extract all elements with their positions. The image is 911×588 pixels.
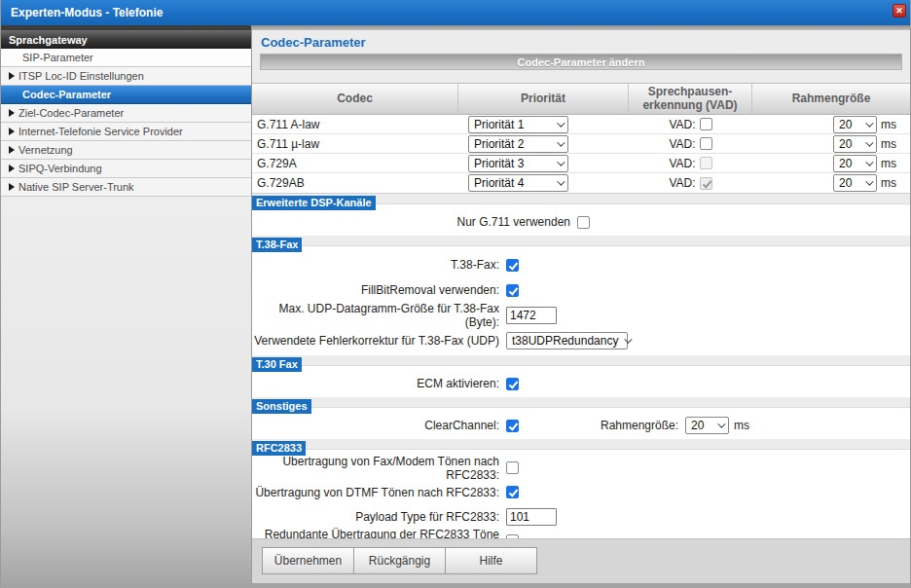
codec-table: Codec Priorität Sprechpausen- erkennung … — [252, 83, 910, 194]
vad-checkbox — [700, 177, 712, 190]
sidebar-item-itsp-loc-id[interactable]: ITSP Loc-ID Einstellungen — [1, 67, 251, 86]
expand-arrow-icon — [9, 165, 15, 172]
close-icon[interactable]: ✕ — [893, 4, 906, 18]
priority-select[interactable]: Priorität 2 — [468, 135, 568, 153]
field-label: ECM aktivieren: — [252, 377, 499, 390]
unit-ms: ms — [881, 157, 896, 170]
navigation-sidebar: Sprachgateway SIP-Parameter ITSP Loc-ID … — [1, 25, 252, 583]
error-correction-select[interactable]: t38UDPRedundancy — [506, 332, 628, 349]
unit-ms: ms — [881, 137, 896, 151]
field-label: Redundante Übertragung der RFC2833 Töne … — [252, 528, 499, 539]
sidebar-item-sip-parameter[interactable]: SIP-Parameter — [1, 49, 251, 67]
section-erweiterte-dsp-kanaele: Erweiterte DSP-Kanäle Nur G.711 verwende… — [252, 203, 910, 236]
vad-label: VAD: — [669, 176, 695, 190]
unit-ms: ms — [734, 419, 749, 432]
sidebar-item-label: SIP-Parameter — [22, 52, 93, 63]
faxmodem-rfc2833-checkbox[interactable] — [506, 461, 519, 474]
section-title: T.38-Fax — [252, 238, 302, 252]
undo-button[interactable]: Rückgängig — [353, 547, 446, 574]
framesize-select[interactable]: 20 — [833, 116, 877, 133]
sidebar-item-label: Native SIP Server-Trunk — [18, 181, 134, 193]
priority-select[interactable]: Priorität 3 — [468, 155, 568, 172]
main-panel: Codec-Parameter Codec-Parameter ändern C… — [252, 25, 910, 583]
framesize-select[interactable]: 20 — [833, 135, 877, 153]
udp-datagram-size-input[interactable] — [506, 307, 557, 324]
priority-select[interactable]: Priorität 1 — [468, 116, 568, 133]
vad-label: VAD: — [669, 118, 695, 131]
vad-checkbox[interactable] — [700, 137, 712, 150]
section-title: RFC2833 — [252, 441, 306, 456]
apply-button[interactable]: Übernehmen — [262, 547, 354, 574]
section-title: Erweiterte DSP-Kanäle — [252, 196, 376, 210]
chevron-down-icon — [865, 138, 873, 146]
chevron-down-icon — [717, 420, 725, 427]
field-label: Verwendete Fehlerkorrektur für T.38-Fax … — [252, 334, 499, 348]
field-label: Übertragung von Fax/Modem Tönen nach RFC… — [252, 455, 499, 482]
sidebar-item-label: Ziel-Codec-Parameter — [18, 107, 124, 119]
table-row-g711-alaw: G.711 A-law Priorität 1 VAD: 20ms — [252, 115, 910, 134]
sidebar-empty-area — [1, 197, 251, 583]
title-bar: Experten-Modus - Telefonie ✕ — [1, 0, 910, 25]
chevron-down-icon — [557, 138, 565, 146]
section-banner: Codec-Parameter ändern — [260, 54, 902, 70]
sidebar-item-vernetzung[interactable]: Vernetzung — [1, 141, 251, 160]
chevron-down-icon — [557, 158, 565, 165]
section-rfc2833: RFC2833 Übertragung von Fax/Modem Tönen … — [252, 449, 910, 538]
column-header-codec: Codec — [252, 84, 458, 114]
framesize-select[interactable]: 20 — [833, 155, 877, 172]
t38-fax-checkbox[interactable] — [506, 259, 519, 272]
section-t38-fax: T.38-Fax T.38-Fax: FillBitRemoval verwen… — [252, 245, 910, 355]
vad-checkbox[interactable] — [700, 118, 712, 130]
framesize-select[interactable]: 20 — [833, 174, 877, 192]
sonstiges-framesize-select[interactable]: 20 — [685, 417, 729, 434]
codec-name: G.729A — [252, 157, 458, 170]
section-t30-fax: T.30 Fax ECM aktivieren: — [252, 365, 910, 397]
priority-select[interactable]: Priorität 4 — [468, 174, 568, 192]
chevron-down-icon — [865, 177, 873, 185]
vad-label: VAD: — [669, 137, 695, 151]
nur-g711-checkbox[interactable] — [577, 216, 590, 229]
sidebar-item-ziel-codec-parameter[interactable]: Ziel-Codec-Parameter — [1, 104, 251, 123]
sidebar-item-label: SIPQ-Verbindung — [18, 163, 102, 174]
chevron-down-icon — [865, 158, 873, 165]
field-label: T.38-Fax: — [252, 258, 499, 272]
field-label: Payload Type für RFC2833: — [252, 510, 499, 524]
help-button[interactable]: Hilfe — [445, 547, 537, 574]
field-label: Rahmengröße: — [601, 419, 678, 432]
fillbitremoval-checkbox[interactable] — [506, 284, 519, 297]
chevron-down-icon — [865, 119, 873, 127]
sidebar-item-sipq-verbindung[interactable]: SIPQ-Verbindung — [1, 160, 251, 178]
field-label: Max. UDP-Datagramm-Größe für T.38-Fax (B… — [252, 302, 499, 329]
chevron-down-icon — [625, 335, 633, 343]
expand-arrow-icon — [9, 183, 15, 191]
column-header-rahmengroesse: Rahmengröße — [752, 84, 910, 114]
codec-name: G.711 µ-law — [252, 137, 458, 151]
table-row-g729a: G.729A Priorität 3 VAD: 20ms — [252, 154, 910, 173]
payload-type-input[interactable] — [506, 508, 557, 526]
clearchannel-checkbox[interactable] — [506, 420, 519, 432]
dtmf-rfc2833-checkbox[interactable] — [506, 486, 519, 498]
redundant-rfc2198-checkbox[interactable] — [506, 534, 519, 538]
unit-ms: ms — [881, 118, 896, 131]
field-label: FillBitRemoval verwenden: — [252, 283, 499, 297]
sidebar-item-internet-telefonie-service-provider[interactable]: Internet-Telefonie Service Provider — [1, 123, 251, 141]
chevron-down-icon — [557, 119, 565, 127]
expand-arrow-icon — [9, 146, 15, 154]
codec-name: G.711 A-law — [252, 118, 458, 131]
column-header-vad: Sprechpausen- erkennung (VAD) — [629, 84, 752, 114]
ecm-checkbox[interactable] — [506, 378, 519, 390]
codec-name: G.729AB — [252, 176, 458, 190]
sidebar-item-label: Codec-Parameter — [22, 89, 111, 100]
field-label: ClearChannel: — [252, 419, 499, 432]
chevron-down-icon — [557, 177, 565, 185]
sidebar-item-native-sip-server-trunk[interactable]: Native SIP Server-Trunk — [1, 178, 251, 197]
sidebar-header-sprachgateway: Sprachgateway — [1, 30, 251, 49]
table-row-g711-ulaw: G.711 µ-law Priorität 2 VAD: 20ms — [252, 134, 910, 154]
table-row-g729ab: G.729AB Priorität 4 VAD: 20ms — [252, 173, 910, 193]
section-sonstiges: Sonstiges ClearChannel: Rahmengröße: 20m… — [252, 407, 910, 439]
page-title: Codec-Parameter — [252, 30, 910, 54]
sidebar-item-codec-parameter[interactable]: Codec-Parameter — [1, 86, 251, 104]
column-header-prioritaet: Priorität — [458, 84, 629, 114]
section-title: T.30 Fax — [252, 357, 302, 372]
unit-ms: ms — [881, 176, 896, 190]
